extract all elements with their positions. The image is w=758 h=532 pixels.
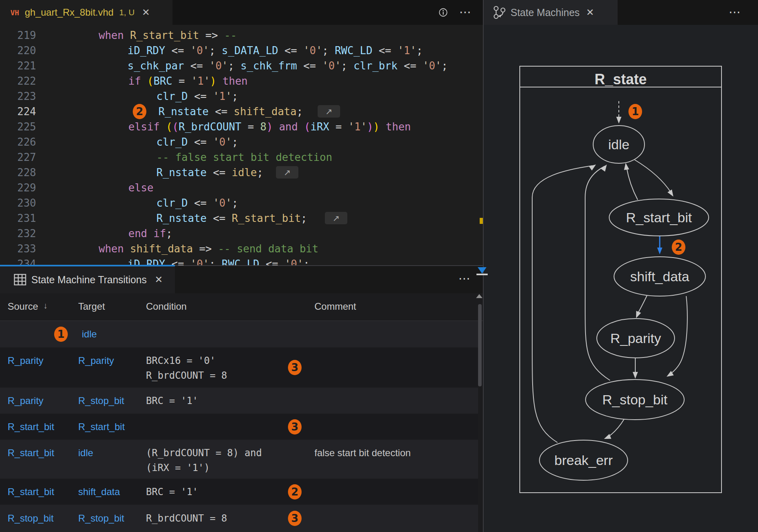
column-header-source[interactable]: Source [8, 301, 38, 312]
diagram-transition-badge[interactable]: 2 [672, 240, 685, 255]
edge-shift_data-to-R_parity [637, 296, 647, 315]
target-state-link[interactable]: idle [82, 328, 97, 340]
diagram-title: R_state [594, 71, 647, 87]
line-number: 233 [0, 241, 36, 256]
code-line-226: 226clr_D <= '0'; [0, 134, 483, 150]
state-label-idle: idle [608, 137, 630, 152]
goto-state-link-icon[interactable]: ↗ [325, 212, 347, 224]
vhdl-language-icon: VH [10, 8, 19, 17]
column-header-condition[interactable]: Condition [146, 301, 186, 312]
code-line-229: 229else [0, 180, 483, 195]
table-row[interactable]: R_start_bitidle(R_brdCOUNT = 8) and(iRX … [0, 440, 478, 479]
code-line-225: 225elsif ((R_brdCOUNT = 8) and (iRX = '1… [0, 119, 483, 134]
table-row[interactable]: R_stop_bitR_stop_bitR_brdCOUNT = 8 [0, 505, 478, 532]
target-state-link[interactable]: idle [78, 447, 93, 459]
table-row[interactable]: R_start_bitshift_dataBRC = '1' [0, 479, 478, 505]
state-label-R_start_bit: R_start_bit [626, 210, 692, 225]
state-machines-panel: State Machines ✕ ⋯ R_stateidleR_start_bi… [483, 0, 758, 532]
table-scrollbar[interactable] [478, 304, 482, 386]
table-transition-badge[interactable]: 3 [288, 419, 302, 435]
state-label-R_parity: R_parity [610, 331, 661, 346]
target-state-link[interactable]: shift_data [78, 486, 120, 498]
state-label-shift_data: shift_data [630, 269, 689, 284]
table-transition-badge[interactable]: 1 [54, 327, 68, 342]
line-number: 227 [0, 150, 36, 165]
condition-text: BRC = '1' [146, 486, 198, 498]
line-number: 231 [0, 211, 36, 226]
line-number: 222 [0, 73, 36, 89]
target-state-link[interactable]: R_stop_bit [78, 512, 124, 524]
goto-state-link-icon[interactable]: ↗ [318, 105, 340, 118]
sash-drop-indicator [476, 267, 488, 276]
code-line-220: 220iD_RDY <= '0'; s_DATA_LD <= '0'; RWC_… [0, 43, 483, 58]
state-machine-icon [493, 6, 506, 19]
arrowhead-initial-to-idle [616, 117, 622, 124]
target-state-link[interactable]: R_start_bit [78, 421, 125, 433]
arrowhead-break_err-to-idle [589, 162, 597, 171]
line-number: 232 [0, 226, 36, 241]
condition-text: BRCx16 = '0' [146, 355, 215, 367]
source-state-link[interactable]: R_start_bit [8, 447, 54, 459]
code-line-222: 222if (BRC = '1') then [0, 73, 483, 89]
table-row[interactable]: R_parityR_parityBRCx16 = '0'R_brdCOUNT =… [0, 347, 478, 388]
sort-descending-icon: ↓ [43, 301, 48, 311]
close-icon[interactable]: ✕ [142, 7, 150, 18]
code-line-227: 227-- false start bit detection [0, 150, 483, 165]
arrowhead-R_start_bit-to-idle [623, 162, 629, 170]
line-number: 234 [0, 256, 36, 266]
code-line-221: 221s_chk_par <= '0'; s_chk_frm <= '0'; c… [0, 58, 483, 73]
tab-label: State Machine Transitions [31, 274, 147, 286]
code-line-219: 219when R_start_bit => -- [0, 28, 483, 43]
column-header-target[interactable]: Target [78, 301, 105, 312]
edge-R_start_bit-to-idle [626, 167, 638, 200]
editor-tab-vhd-file[interactable]: VH gh_uart_Rx_8bit.vhd 1, U ✕ [0, 0, 172, 25]
tab-state-machine-transitions[interactable]: State Machine Transitions ✕ [0, 266, 175, 293]
code-editor[interactable]: 219when R_start_bit => --220iD_RDY <= '0… [0, 25, 483, 266]
line-number: 228 [0, 165, 36, 180]
source-state-link[interactable]: R_start_bit [8, 421, 54, 433]
condition-text: R_brdCOUNT = 8 [146, 512, 227, 524]
table-row[interactable]: idle [0, 321, 478, 347]
close-icon[interactable]: ✕ [586, 7, 594, 18]
table-row[interactable]: R_start_bitR_start_bit [0, 414, 478, 440]
line-number: 219 [0, 28, 36, 43]
arrowhead-R_parity-to-R_stop_bit [633, 372, 638, 379]
panel-more-actions-icon[interactable]: ⋯ [729, 5, 742, 19]
tab-state-machines[interactable]: State Machines ✕ [483, 0, 618, 25]
goto-state-link-icon[interactable]: ↗ [276, 166, 298, 179]
source-state-link[interactable]: R_stop_bit [8, 512, 54, 524]
code-transition-badge[interactable]: 2 [133, 104, 146, 119]
line-number: 224 [0, 104, 36, 119]
code-line-224: 224R_nstate <= shift_data; [0, 104, 483, 119]
state-label-R_stop_bit: R_stop_bit [602, 392, 668, 407]
code-line-231: 231R_nstate <= R_start_bit; [0, 211, 483, 226]
editor-tab-bar: VH gh_uart_Rx_8bit.vhd 1, U ✕ ⋯ [0, 0, 483, 25]
close-icon[interactable]: ✕ [155, 274, 163, 285]
line-number: 223 [0, 89, 36, 104]
condition-text: BRC = '1' [146, 395, 198, 407]
info-icon[interactable] [439, 8, 448, 17]
target-state-link[interactable]: R_parity [78, 355, 114, 367]
edge-idle-to-R_start_bit [634, 160, 671, 193]
diagram-transition-badge[interactable]: 1 [628, 104, 642, 119]
app-window: VH gh_uart_Rx_8bit.vhd 1, U ✕ ⋯ 219when … [0, 0, 758, 532]
target-state-link[interactable]: R_stop_bit [78, 395, 124, 407]
table-row[interactable]: R_parityR_stop_bitBRC = '1' [0, 388, 478, 414]
comment-text: false start bit detection [314, 447, 411, 459]
table-transition-badge[interactable]: 2 [288, 484, 302, 500]
source-state-link[interactable]: R_parity [8, 355, 43, 367]
code-line-232: 232end if; [0, 226, 483, 241]
table-transition-badge[interactable]: 3 [288, 511, 302, 526]
editor-more-actions-icon[interactable]: ⋯ [459, 5, 472, 19]
source-state-link[interactable]: R_start_bit [8, 486, 54, 498]
panel-vertical-divider[interactable] [483, 0, 484, 532]
arrowhead-shift_data-to-R_parity [634, 311, 641, 319]
table-transition-badge[interactable]: 3 [288, 360, 302, 375]
source-state-link[interactable]: R_parity [8, 395, 43, 407]
column-header-comment[interactable]: Comment [314, 301, 356, 312]
panel-more-actions-icon[interactable]: ⋯ [458, 271, 471, 285]
condition-text: (iRX = '1') [146, 462, 210, 474]
arrowhead-idle-to-R_start_bit [667, 189, 675, 198]
line-number: 220 [0, 43, 36, 58]
scroll-up-arrow-icon[interactable] [476, 294, 482, 298]
